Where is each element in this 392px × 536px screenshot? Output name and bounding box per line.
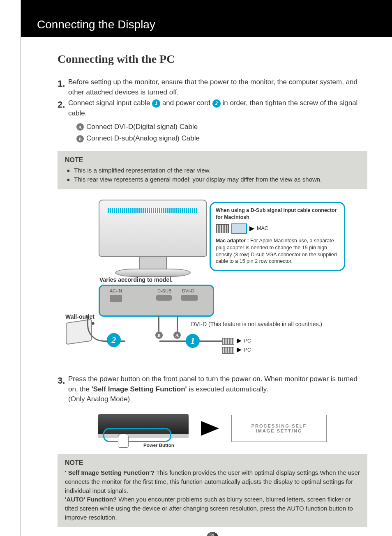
dsub-port-icon bbox=[156, 295, 172, 301]
step-text: Connect signal input cable 1 and power c… bbox=[68, 98, 367, 146]
note-box-1: NOTE This is a simplified representation… bbox=[58, 151, 367, 189]
port-label-dsub: D-SUB bbox=[157, 288, 171, 293]
section-heading: Connecting with the PC bbox=[58, 53, 367, 66]
badge-1-icon: 1 bbox=[186, 334, 200, 348]
osd-message-box: PROCESSING SELF IMAGE SETTING bbox=[231, 415, 327, 442]
badge-b-icon: B bbox=[155, 331, 163, 339]
pc-label: PC bbox=[244, 347, 251, 353]
note-lead: 'AUTO' Function? bbox=[65, 496, 117, 503]
signal-cable-icon bbox=[177, 316, 178, 331]
arrow-right-icon bbox=[249, 226, 254, 231]
page: Connecting the Display Connecting with t… bbox=[0, 0, 392, 536]
step-text: Before setting up the monitor, ensure th… bbox=[68, 77, 367, 97]
note-item: This rear view represents a general mode… bbox=[74, 175, 360, 184]
arrow-right-icon bbox=[237, 347, 242, 352]
substep-a: A Connect DVI-D(Digital signal) Cable bbox=[76, 121, 367, 133]
badge-1-icon: 1 bbox=[152, 99, 160, 108]
arrow-right-icon bbox=[237, 338, 242, 343]
step-number: 2. bbox=[58, 98, 68, 111]
monitor-rear-icon bbox=[99, 200, 207, 257]
note-title: NOTE bbox=[65, 155, 360, 165]
mac-label: MAC bbox=[257, 225, 268, 232]
note-paragraph: 'AUTO' Function? When you encounter prob… bbox=[65, 495, 360, 522]
arrow-right-icon bbox=[201, 421, 219, 436]
dsub-plug-icon bbox=[216, 224, 229, 233]
step-number: 3. bbox=[58, 374, 68, 387]
step-2: 2. Connect signal input cable 1 and powe… bbox=[58, 98, 367, 146]
step-text-part: and power cord bbox=[162, 99, 212, 107]
step-text-bold: 'Self Image Setting Function' bbox=[92, 385, 187, 393]
mac-adapter-text: Mac adapter : For Apple Macintosh use, a… bbox=[216, 237, 339, 265]
mac-adapter-lead: Mac adapter : bbox=[216, 238, 250, 244]
front-panel-icon: Power Button bbox=[98, 414, 189, 443]
note-paragraph: ' Self Image Setting Function'? This fun… bbox=[65, 468, 360, 495]
step-number: 1. bbox=[58, 77, 68, 90]
osd-line-2: IMAGE SETTING bbox=[256, 428, 302, 433]
mac-adapter-callout: When using a D-Sub signal input cable co… bbox=[210, 202, 345, 271]
step-text-part: (Only Analog Mode) bbox=[68, 395, 130, 403]
varies-label: Varies according to model. bbox=[99, 276, 173, 283]
connector-icon bbox=[222, 347, 234, 354]
port-label-dvid: DVI-D bbox=[182, 288, 194, 293]
connector-icon bbox=[222, 338, 234, 345]
badge-a-icon: A bbox=[173, 331, 181, 339]
pc-label: PC bbox=[244, 338, 251, 344]
note-box-2: NOTE ' Self Image Setting Function'? Thi… bbox=[58, 454, 367, 527]
mac-adapter-icon bbox=[231, 223, 247, 234]
monitor-base-icon bbox=[115, 269, 191, 277]
header-band: Connecting the Display bbox=[21, 0, 392, 37]
page-number-badge: 8 bbox=[207, 532, 218, 536]
monitor-stand-icon bbox=[139, 257, 167, 269]
port-label-acin: AC-IN bbox=[110, 288, 122, 293]
dvid-port-icon bbox=[181, 295, 198, 301]
dvi-availability-note: DVI-D (This feature is not available in … bbox=[191, 321, 322, 327]
osd-line-1: PROCESSING SELF bbox=[251, 423, 307, 428]
power-button-label: Power Button bbox=[143, 443, 174, 448]
substep-text: Connect D-sub(Analog signal) Cable bbox=[86, 133, 200, 145]
note-list: This is a simplified representation of t… bbox=[65, 166, 360, 184]
button-highlight-icon bbox=[103, 428, 171, 442]
step-text-part: Connect signal input cable bbox=[68, 99, 152, 107]
connection-diagram: Varies according to model. AC-IN D-SUB D… bbox=[58, 198, 367, 370]
mac-callout-title: When using a D-Sub signal input cable co… bbox=[216, 207, 339, 221]
ac-in-port-icon bbox=[110, 295, 122, 302]
substeps: A Connect DVI-D(Digital signal) Cable B … bbox=[76, 121, 367, 145]
substep-text: Connect DVI-D(Digital signal) Cable bbox=[86, 121, 198, 133]
power-on-diagram: Power Button PROCESSING SELF IMAGE SETTI… bbox=[58, 409, 367, 448]
note-item: This is a simplified representation of t… bbox=[74, 166, 360, 175]
badge-b-icon: B bbox=[76, 135, 84, 143]
content-area: Connecting with the PC 1. Before setting… bbox=[21, 37, 392, 536]
badge-2-icon: 2 bbox=[107, 333, 121, 347]
note-lead: ' Self Image Setting Function'? bbox=[65, 469, 154, 476]
mac-adapter-row: MAC bbox=[216, 223, 339, 234]
left-margin-rule bbox=[21, 0, 21, 536]
step-3: 3. Press the power button on the front p… bbox=[58, 374, 367, 405]
badge-a-icon: A bbox=[76, 123, 84, 131]
signal-cable-icon bbox=[158, 316, 159, 331]
substep-b: B Connect D-sub(Analog signal) Cable bbox=[76, 133, 367, 145]
page-number: 8 bbox=[58, 532, 367, 536]
page-title: Connecting the Display bbox=[37, 18, 155, 31]
badge-2-icon: 2 bbox=[212, 99, 221, 108]
step-text-part: is executed automatically. bbox=[189, 385, 268, 393]
note-title: NOTE bbox=[65, 458, 360, 467]
hand-press-icon bbox=[118, 434, 129, 448]
ports-panel: AC-IN D-SUB DVI-D bbox=[99, 285, 214, 317]
step-1: 1. Before setting up the monitor, ensure… bbox=[58, 77, 367, 97]
step-text: Press the power button on the front pane… bbox=[68, 374, 367, 405]
